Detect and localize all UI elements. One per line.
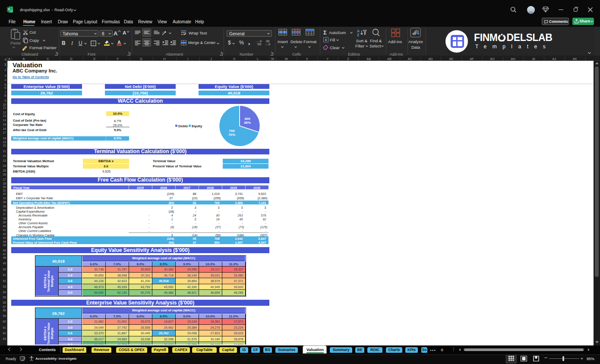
svg-text:Z: Z (357, 33, 359, 37)
svg-text:→.0: →.0 (265, 43, 270, 46)
